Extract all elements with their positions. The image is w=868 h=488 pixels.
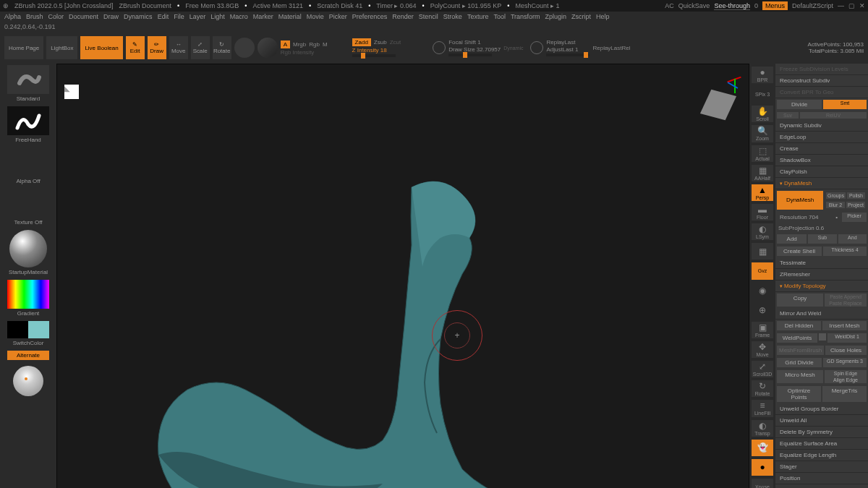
dynamic-label[interactable]: Dynamic [503, 46, 523, 51]
zoom-button[interactable]: 🔍Zoom [752, 125, 773, 142]
close-icon[interactable]: ✕ [859, 2, 865, 9]
frame-button[interactable]: ▣Frame [752, 322, 773, 338]
viewport[interactable]: ◣ [56, 64, 749, 488]
menu-item[interactable]: Light [209, 13, 226, 20]
menu-item[interactable]: Picker [328, 13, 349, 20]
zsub-label[interactable]: Zsub [374, 39, 387, 46]
create-shell[interactable]: Create Shell [777, 247, 822, 256]
edit-button[interactable]: ✎Edit [126, 36, 145, 59]
draw-button[interactable]: ✏Draw [148, 36, 166, 59]
scroll-button[interactable]: ✋Scroll [752, 106, 773, 122]
texture-thumbnail[interactable] [7, 189, 49, 218]
replay-last-rel[interactable]: ReplayLastRel [592, 45, 630, 51]
menu-item[interactable]: Draw [102, 13, 120, 20]
menu-item[interactable]: Movie [305, 13, 326, 20]
aahalf-button[interactable]: ▦AAHalf [752, 165, 773, 181]
persp-button[interactable]: ▲Persp [752, 184, 773, 201]
edgeloop[interactable]: EdgeLoop [775, 132, 868, 143]
m-label[interactable]: M [323, 41, 328, 48]
actual-button[interactable]: ⬚Actual [752, 145, 773, 162]
ghost-button[interactable]: 👻 [752, 440, 773, 456]
menu-item[interactable]: Zscript [570, 13, 592, 20]
xpose2-button[interactable]: Xpose [752, 479, 773, 488]
bpr-button[interactable]: ●BPR [752, 67, 773, 83]
zcut-label[interactable]: Zcut [390, 39, 401, 46]
polyframe-button[interactable]: ▦ [752, 243, 773, 260]
freeze-subdiv[interactable]: Freeze SubDivision Levels [775, 64, 868, 75]
menu-item[interactable]: Dynamics [122, 13, 154, 20]
rotate3d-button[interactable]: ↻Rotate [752, 380, 773, 397]
view-cube[interactable] [698, 85, 739, 125]
drawsize-slider[interactable] [448, 53, 492, 56]
alpha-thumbnail[interactable] [7, 147, 49, 176]
mrgb-a[interactable]: A [281, 40, 290, 48]
menu-item[interactable]: Tool [492, 13, 507, 20]
mirror-weld[interactable]: Mirror And Weld [775, 308, 868, 320]
menu-item[interactable]: Material [277, 13, 303, 20]
menu-item[interactable]: Marker [252, 13, 275, 20]
rotate-button[interactable]: ↻Rotate [213, 36, 231, 59]
menu-item[interactable]: Render [391, 13, 415, 20]
floor-button[interactable]: ▬Floor [752, 204, 773, 221]
copy-button[interactable]: Copy [777, 294, 823, 307]
rgb-label[interactable]: Rgb [309, 41, 320, 48]
menu-item[interactable]: Macro [229, 13, 250, 20]
scroll3d-button[interactable]: ⤢Scroll3D [752, 361, 773, 377]
menu-item[interactable]: Stroke [442, 13, 464, 20]
color-swatches[interactable] [7, 321, 49, 338]
menu-item[interactable]: Stencil [417, 13, 440, 20]
smt-button[interactable]: Smt [823, 100, 867, 109]
shadowbox[interactable]: ShadowBox [775, 155, 868, 166]
convert-bpr[interactable]: Convert BPR To Geo [775, 87, 868, 98]
dynamesh-button[interactable]: DynaMesh [777, 191, 823, 210]
dynamesh-section[interactable]: DynaMesh [775, 178, 868, 189]
zadd-button[interactable]: Zadd [352, 38, 371, 46]
linefill-button[interactable]: ≡LineFill [752, 400, 773, 416]
mrgb-label[interactable]: Mrgb [293, 41, 306, 48]
draw-size[interactable]: Draw Size 32.70957 [448, 46, 501, 53]
dynamic-subdiv[interactable]: Dynamic Subdiv [775, 120, 868, 132]
modify-topology-section[interactable]: Modify Topology [775, 281, 868, 292]
minimize-icon[interactable]: — [838, 2, 844, 9]
lightbox-button[interactable]: LightBox [46, 36, 77, 59]
reconstruct-subdiv[interactable]: Reconstruct Subdiv [775, 75, 868, 87]
transp-button[interactable]: ◐Transp [752, 420, 773, 437]
solo-button[interactable]: ◉ [752, 283, 773, 299]
replay-last[interactable]: ReplayLast [546, 39, 590, 46]
home-button[interactable]: Home Page [4, 36, 43, 59]
zremesher[interactable]: ZRemesher [775, 269, 868, 281]
quicksave-button[interactable]: QuickSave [678, 2, 710, 9]
suv-button[interactable]: Suv [777, 112, 799, 119]
scale-button[interactable]: ⤢Scale [191, 36, 210, 59]
gradient-preview-icon[interactable] [258, 38, 278, 58]
menu-item[interactable]: File [172, 13, 186, 20]
z-intensity-slider[interactable] [352, 54, 396, 57]
claypolish[interactable]: ClayPolish [775, 166, 868, 178]
menu-item[interactable]: Help [595, 13, 611, 20]
adjust-last[interactable]: AdjustLast 1 [546, 46, 590, 53]
solo2-button[interactable]: ● [752, 459, 773, 476]
menu-item[interactable]: Zplugin [544, 13, 569, 20]
z-intensity[interactable]: Z Intensity 18 [352, 47, 401, 53]
add-button[interactable]: Add [777, 234, 807, 244]
subprojection-slider[interactable]: SubProjection 0.6 [775, 223, 868, 233]
menu-item[interactable]: Layer [188, 13, 208, 20]
adjust-slider[interactable] [546, 53, 590, 56]
alternate-button[interactable]: Alternate [7, 351, 49, 360]
color-picker[interactable] [7, 280, 49, 309]
move3d-button[interactable]: ✥Move [752, 341, 773, 358]
focal-shift[interactable]: Focal Shift 1 [448, 39, 501, 46]
menu-item[interactable]: Document [67, 13, 100, 20]
menus-toggle[interactable]: Menus [762, 1, 788, 10]
lsym-button[interactable]: ◐LSym [752, 223, 773, 240]
light-ball[interactable] [13, 366, 43, 396]
spix-button[interactable]: SPix 3 [752, 86, 773, 103]
stroke-thumbnail[interactable] [7, 106, 49, 135]
maximize-icon[interactable]: ▢ [848, 2, 855, 9]
resolution-slider[interactable]: Resolution 704• [777, 213, 841, 222]
menu-item[interactable]: Texture [466, 13, 490, 20]
brush-thumbnail[interactable] [7, 65, 49, 94]
material-ball[interactable] [9, 230, 47, 267]
menu-item[interactable]: Preferences [351, 13, 389, 20]
divide-button[interactable]: Divide [777, 100, 822, 109]
